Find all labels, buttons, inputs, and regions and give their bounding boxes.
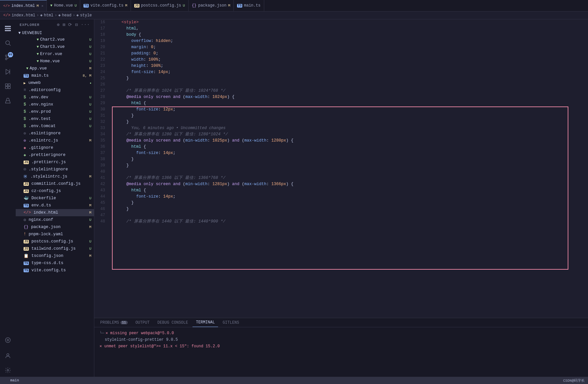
tree-item-envtomcat[interactable]: $ .env.tomcat U [16, 123, 94, 130]
breadcrumb-head[interactable]: head [62, 13, 71, 18]
prettier-icon-prettierignore: ◈ [24, 152, 26, 158]
activity-extensions[interactable] [1, 80, 14, 93]
tree-item-homevue[interactable]: ▼ Home.vue U [16, 58, 94, 65]
breadcrumb-head-icon: ◈ [58, 13, 61, 18]
panel-tab-terminal[interactable]: TERMINAL [193, 318, 218, 327]
tree-item-postcss[interactable]: JS postcss.config.js U [16, 238, 94, 245]
tab-package-json[interactable]: {} package.json M [189, 0, 234, 11]
refresh-icon[interactable]: ⟳ [68, 22, 72, 28]
tab-index-html[interactable]: </> index.html M ✕ [0, 0, 47, 11]
tree-item-pnpmlockjson[interactable]: ! pnpm-lock.yaml [16, 231, 94, 238]
tree-item-tailwind[interactable]: JS tailwind.config.js U [16, 245, 94, 252]
breadcrumb-style-icon: ◈ [76, 13, 79, 18]
file-badge-envdts: M [89, 203, 91, 207]
file-badge-envtest: U [89, 117, 91, 121]
tree-item-stylelintrcjs[interactable]: ⛨ .stylelintrc.js M [16, 173, 94, 180]
activity-account[interactable] [1, 349, 14, 362]
tree-item-envdts[interactable]: TS env.d.ts M [16, 202, 94, 209]
git-icon-gitignore: ◈ [24, 145, 26, 150]
file-name-eslintignore: .eslintignore [29, 131, 91, 136]
tree-item-chart2vue[interactable]: ▼ Chart2.vue U [16, 36, 94, 43]
tree-item-errorvue[interactable]: ▼ Error.vue U [16, 50, 94, 58]
panel-tabs: PROBLEMS 11 OUTPUT DEBUG CONSOLE TERMINA… [94, 318, 588, 327]
tab-main-ts[interactable]: TS main.ts [234, 0, 264, 11]
tree-item-indexhtml[interactable]: </> index.html M [16, 209, 94, 216]
breadcrumb-html-icon: </> [3, 13, 10, 18]
code-content[interactable]: 16171819 20212223 24252627 28293031 3233… [94, 19, 588, 318]
tree-item-envtest[interactable]: $ .env.test U [16, 115, 94, 123]
tree-item-viteconfig[interactable]: TS vite.config.ts [16, 267, 94, 274]
dollar-icon-envtest: $ [24, 117, 26, 121]
file-name-nginxconf: nginx.conf [29, 218, 88, 222]
vue-icon-home: ▼ [37, 59, 39, 63]
tree-item-envdev[interactable]: $ .env.dev U [16, 94, 94, 101]
file-name-packagejson: package.json [31, 225, 88, 229]
tree-item-prettierignore[interactable]: ◈ .prettierignore [16, 151, 94, 159]
file-name-gitignore: .gitignore [29, 145, 91, 150]
code-line-20: margin: 0; [112, 44, 588, 50]
svg-marker-6 [6, 69, 10, 74]
vue-icon-home: ▼ [50, 4, 52, 8]
tree-item-packagejson[interactable]: {} package.json M [16, 223, 94, 231]
new-file-icon[interactable]: ⊕ [57, 22, 60, 28]
tree-item-commitlint[interactable]: JS commitlint.config.js [16, 180, 94, 187]
code-line-16: <style> [112, 19, 588, 26]
git-branch-status[interactable]: main [3, 378, 19, 382]
more-icon[interactable]: ··· [81, 22, 90, 28]
file-name-chart3vue: Chart3.vue [40, 45, 88, 49]
root-folder[interactable]: ▼ UEVWEBUI [16, 30, 94, 36]
activity-test[interactable] [1, 94, 14, 107]
tab-postcss-config-js[interactable]: JS postcss.config.js U [131, 0, 189, 11]
panel-tab-problems[interactable]: PROBLEMS 11 [97, 318, 131, 327]
tab-home-vue[interactable]: ▼ Home.vue U [47, 0, 80, 11]
tree-item-nginxconf[interactable]: ⚙ nginx.conf U [16, 216, 94, 223]
code-line-30: font-size: 12px; [112, 106, 588, 113]
breadcrumb-index-html[interactable]: index.html [12, 13, 35, 18]
new-folder-icon[interactable]: ⊞ [63, 22, 65, 28]
activity-remote[interactable] [1, 334, 14, 347]
json-icon-package-sidebar: {} [24, 225, 28, 229]
activity-git[interactable]: 65 [1, 51, 14, 64]
tree-item-chart3vue[interactable]: ▼ Chart3.vue U [16, 43, 94, 50]
file-badge-tsconfigjson: M [89, 254, 91, 258]
tree-item-prettierrcjs[interactable]: JS .prettierrc.js [16, 159, 94, 166]
tree-item-eslintignore[interactable]: ⊙ .eslintignore [16, 130, 94, 137]
svg-point-15 [7, 370, 9, 371]
activity-run[interactable] [1, 65, 14, 78]
tree-item-stylelintignore[interactable]: ⌾ .stylelintignore [16, 166, 94, 173]
tree-item-gitignore[interactable]: ◈ .gitignore [16, 144, 94, 151]
tree-item-envnginx[interactable]: $ .env.nginx U [16, 101, 94, 108]
tab-vite-config-ts[interactable]: TS vite.config.ts M [80, 0, 131, 11]
tab-close-index-html[interactable]: ✕ [41, 4, 43, 8]
tree-item-editorconfig[interactable]: ≡ .editorconfig [16, 86, 94, 94]
panel-tab-gitlens[interactable]: GITLENS [219, 318, 242, 327]
tree-item-typecss[interactable]: TS type-css.d.ts [16, 259, 94, 267]
activity-search[interactable] [1, 36, 14, 49]
tree-item-eslintrcjs[interactable]: ⊙ .eslintrc.js M [16, 137, 94, 144]
tree-item-maints[interactable]: TS main.ts 8, M [16, 72, 94, 79]
code-line-40 [112, 169, 588, 175]
breadcrumb-style[interactable]: style [80, 13, 92, 18]
collapse-icon[interactable]: ⊟ [75, 22, 78, 28]
tree-item-envprod[interactable]: $ .env.prod U [16, 108, 94, 115]
file-badge-dockerfile: U [89, 196, 91, 200]
code-editor[interactable]: 16171819 20212223 24252627 28293031 3233… [94, 19, 588, 318]
file-name-envtest: .env.test [29, 117, 88, 121]
file-name-stylelintrcjs: .stylelintrc.js [30, 174, 88, 179]
tree-item-czconfig[interactable]: JS cz-config.js [16, 187, 94, 195]
file-name-appvue: App.vue [30, 66, 88, 71]
panel-tab-debug-console[interactable]: DEBUG CONSOLE [154, 318, 192, 327]
file-name-pnpmlockyaml: pnpm-lock.yaml [29, 232, 91, 237]
activity-explorer[interactable] [1, 22, 14, 35]
tree-item-appvue[interactable]: ▼ App.vue M [16, 65, 94, 72]
panel-tab-output[interactable]: OUTPUT [132, 318, 153, 327]
activity-settings[interactable] [1, 364, 14, 377]
file-name-stylelintignore: .stylelintignore [29, 167, 91, 172]
tree-item-ueweb[interactable]: ▶ ueweb ● [16, 79, 94, 86]
file-name-maints: main.ts [31, 73, 82, 78]
terminal-line-3: ✕ unmet peer stylelint@">= 11.x < 15": f… [100, 343, 583, 350]
file-name-commitlint: commitlint.config.js [31, 182, 91, 186]
breadcrumb-html[interactable]: html [44, 13, 53, 18]
tree-item-tsconfigjson[interactable]: 📋 tsconfig.json M [16, 252, 94, 259]
tree-item-dockerfile[interactable]: 🐳 Dockerfile U [16, 195, 94, 202]
